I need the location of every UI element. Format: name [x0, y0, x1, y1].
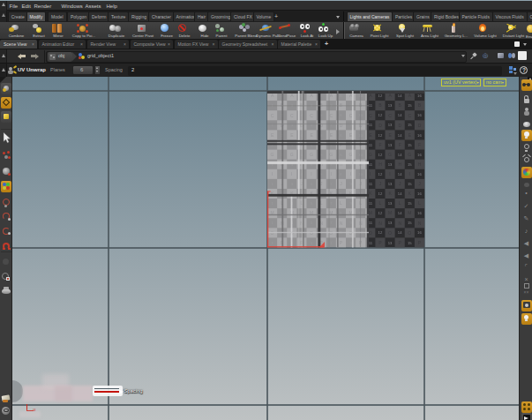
svg-text:N: N	[398, 221, 401, 226]
svg-text:16: 16	[417, 191, 422, 196]
svg-text:12: 12	[378, 211, 382, 215]
svg-text:I: I	[349, 171, 350, 176]
svg-text:14: 14	[397, 211, 401, 215]
svg-text:15: 15	[407, 182, 411, 186]
svg-text:C: C	[310, 113, 313, 118]
svg-text:11: 11	[368, 221, 372, 225]
svg-text:11: 11	[368, 103, 372, 108]
svg-text:D: D	[398, 123, 401, 128]
svg-text:I: I	[311, 171, 311, 176]
svg-text:G: G	[329, 152, 333, 157]
svg-text:I: I	[271, 171, 272, 176]
svg-text:13: 13	[387, 143, 392, 147]
svg-text:L: L	[340, 200, 342, 206]
svg-text:L: L	[398, 200, 401, 206]
svg-text:11: 11	[368, 143, 372, 147]
svg-text:12: 12	[378, 172, 382, 176]
svg-text:12: 12	[378, 153, 382, 157]
svg-text:16: 16	[417, 113, 422, 117]
svg-text:C: C	[388, 113, 392, 118]
svg-text:M: M	[387, 210, 391, 215]
svg-text:14: 14	[397, 133, 401, 138]
svg-text:16: 16	[417, 211, 422, 215]
svg-text:11: 11	[368, 182, 372, 186]
svg-text:G: G	[289, 152, 293, 157]
svg-text:I: I	[370, 171, 371, 176]
svg-text:D: D	[378, 123, 382, 128]
svg-text:11: 11	[368, 123, 372, 127]
svg-text:13: 13	[387, 182, 392, 186]
svg-text:11: 11	[368, 241, 372, 245]
svg-text:C: C	[408, 113, 411, 118]
svg-text:13: 13	[387, 201, 392, 206]
svg-text:G: G	[408, 152, 411, 157]
svg-text:G: G	[388, 152, 392, 157]
svg-text:16: 16	[417, 94, 422, 98]
svg-text:H: H	[417, 161, 421, 167]
svg-text:13: 13	[387, 221, 392, 225]
svg-text:13: 13	[387, 103, 392, 108]
svg-text:H: H	[378, 161, 382, 167]
svg-text:14: 14	[397, 94, 401, 98]
svg-text:C: C	[368, 113, 371, 118]
svg-text:L: L	[418, 200, 421, 206]
svg-text:14: 14	[397, 172, 401, 176]
svg-text:N: N	[339, 221, 342, 226]
svg-text:12: 12	[378, 230, 382, 235]
svg-text:13: 13	[387, 162, 392, 167]
svg-text:14: 14	[397, 191, 401, 196]
svg-text:O: O	[408, 230, 411, 236]
svg-text:N: N	[417, 221, 421, 226]
svg-text:I: I	[389, 171, 390, 176]
svg-text:15: 15	[407, 241, 411, 245]
svg-text:13: 13	[387, 123, 392, 127]
svg-text:L: L	[378, 200, 381, 206]
svg-text:14: 14	[397, 230, 401, 235]
svg-text:G: G	[310, 152, 313, 157]
svg-text:G: G	[270, 152, 273, 157]
svg-text:M: M	[408, 210, 411, 215]
svg-text:M: M	[368, 210, 371, 215]
svg-text:C: C	[270, 113, 273, 118]
svg-text:16: 16	[417, 172, 422, 176]
svg-text:C: C	[289, 113, 293, 118]
svg-text:C: C	[329, 113, 333, 118]
svg-text:O: O	[368, 230, 371, 236]
svg-text:12: 12	[378, 133, 382, 138]
svg-text:12: 12	[378, 94, 382, 98]
svg-text:16: 16	[417, 153, 422, 157]
svg-text:H: H	[398, 161, 401, 167]
svg-text:I: I	[291, 171, 292, 176]
svg-text:16: 16	[417, 133, 422, 138]
svg-text:12: 12	[378, 113, 382, 117]
svg-text:I: I	[408, 171, 409, 176]
svg-text:D: D	[417, 123, 421, 128]
svg-text:14: 14	[397, 153, 401, 157]
svg-text:15: 15	[407, 162, 411, 167]
svg-text:15: 15	[407, 123, 411, 127]
svg-text:11: 11	[368, 162, 372, 167]
svg-text:13: 13	[387, 241, 392, 245]
svg-text:15: 15	[407, 201, 411, 206]
svg-text:15: 15	[407, 221, 411, 225]
svg-text:O: O	[388, 230, 392, 236]
svg-text:14: 14	[397, 113, 401, 117]
svg-text:12: 12	[378, 191, 382, 196]
svg-text:F: F	[398, 142, 401, 147]
svg-text:I: I	[330, 171, 331, 176]
svg-text:F: F	[378, 142, 381, 147]
svg-text:G: G	[368, 152, 371, 157]
svg-text:D: D	[339, 123, 342, 128]
svg-text:F: F	[417, 142, 420, 147]
svg-text:15: 15	[407, 103, 411, 108]
svg-text:N: N	[378, 221, 382, 226]
svg-text:16: 16	[417, 230, 422, 235]
svg-text:11: 11	[368, 201, 372, 206]
svg-text:15: 15	[407, 143, 411, 147]
